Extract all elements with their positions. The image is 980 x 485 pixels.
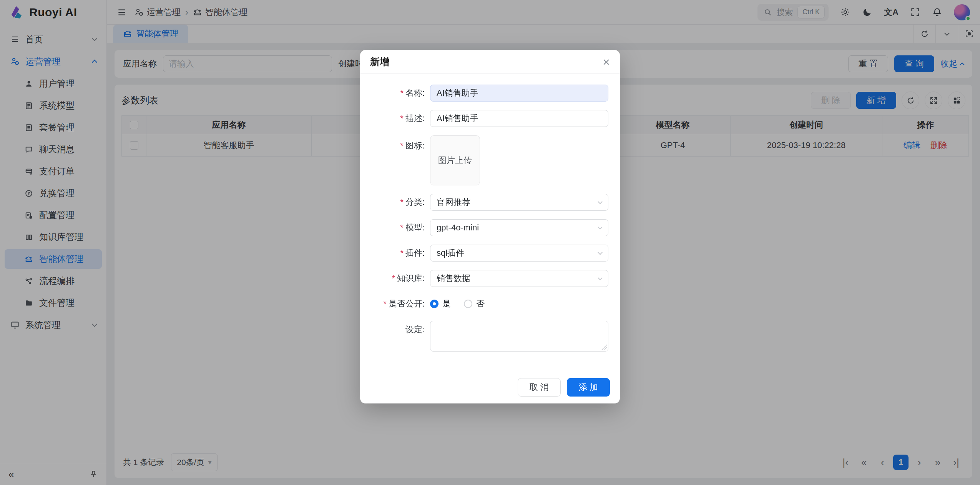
public-yes-radio[interactable]: 是 bbox=[430, 298, 451, 310]
model-field-row: *模型: gpt-4o-mini bbox=[360, 219, 608, 236]
modal-header: 新增 × bbox=[360, 50, 620, 74]
required-mark: * bbox=[400, 88, 404, 98]
category-field-row: *分类: 官网推荐 bbox=[360, 194, 608, 211]
kb-value: 销售数据 bbox=[437, 273, 470, 284]
chevron-down-icon bbox=[598, 199, 603, 204]
modal-footer: 取 消 添 加 bbox=[360, 371, 620, 403]
required-mark: * bbox=[400, 248, 404, 258]
kb-field-label: *知识库: bbox=[360, 273, 430, 284]
radio-selected-icon bbox=[430, 300, 439, 308]
upload-label: 图片上传 bbox=[438, 155, 472, 166]
modal-title: 新增 bbox=[370, 55, 389, 68]
public-field-row: *是否公开: 是 否 bbox=[360, 295, 608, 312]
required-mark: * bbox=[400, 141, 404, 150]
knowledge-base-select[interactable]: 销售数据 bbox=[430, 270, 608, 287]
desc-field-label: *描述: bbox=[360, 113, 430, 124]
required-mark: * bbox=[400, 113, 404, 123]
setting-field-row: 设定: bbox=[360, 321, 608, 352]
resize-grip-icon[interactable] bbox=[601, 345, 607, 350]
icon-field-label: *图标: bbox=[360, 135, 430, 152]
close-icon[interactable]: × bbox=[603, 56, 610, 68]
setting-textarea[interactable] bbox=[430, 321, 608, 352]
chevron-down-icon bbox=[598, 250, 603, 255]
chevron-down-icon bbox=[598, 225, 603, 230]
cancel-button[interactable]: 取 消 bbox=[518, 378, 561, 397]
plugin-select[interactable]: sql插件 bbox=[430, 245, 608, 262]
radio-yes-label: 是 bbox=[442, 298, 451, 310]
modal-body: *名称: *描述: *图标: 图片上传 *分类: 官网推荐 bbox=[360, 74, 620, 361]
required-mark: * bbox=[400, 223, 404, 232]
image-upload-button[interactable]: 图片上传 bbox=[430, 135, 480, 185]
public-no-radio[interactable]: 否 bbox=[464, 298, 485, 310]
name-field-label: *名称: bbox=[360, 87, 430, 99]
plugin-value: sql插件 bbox=[437, 247, 464, 259]
category-field-label: *分类: bbox=[360, 197, 430, 208]
name-field-row: *名称: bbox=[360, 85, 608, 102]
required-mark: * bbox=[400, 197, 404, 207]
add-agent-modal: 新增 × *名称: *描述: *图标: 图片上传 *分类: 官网推荐 bbox=[360, 50, 620, 403]
chevron-down-icon bbox=[598, 275, 603, 280]
required-mark: * bbox=[392, 273, 395, 283]
category-select[interactable]: 官网推荐 bbox=[430, 194, 608, 211]
icon-field-row: *图标: 图片上传 bbox=[360, 135, 608, 185]
setting-field-label: 设定: bbox=[360, 321, 430, 335]
kb-field-row: *知识库: 销售数据 bbox=[360, 270, 608, 287]
model-select[interactable]: gpt-4o-mini bbox=[430, 219, 608, 236]
required-mark: * bbox=[383, 299, 387, 308]
radio-no-label: 否 bbox=[476, 298, 485, 310]
public-radio-group: 是 否 bbox=[430, 295, 608, 312]
submit-add-button[interactable]: 添 加 bbox=[567, 378, 610, 397]
category-value: 官网推荐 bbox=[437, 197, 470, 208]
model-value: gpt-4o-mini bbox=[437, 223, 479, 233]
plugin-field-row: *插件: sql插件 bbox=[360, 245, 608, 262]
public-field-label: *是否公开: bbox=[360, 298, 430, 310]
radio-unselected-icon bbox=[464, 300, 472, 308]
name-input[interactable] bbox=[430, 85, 608, 102]
desc-input[interactable] bbox=[430, 110, 608, 127]
desc-field-row: *描述: bbox=[360, 110, 608, 127]
model-field-label: *模型: bbox=[360, 222, 430, 233]
plugin-field-label: *插件: bbox=[360, 247, 430, 259]
